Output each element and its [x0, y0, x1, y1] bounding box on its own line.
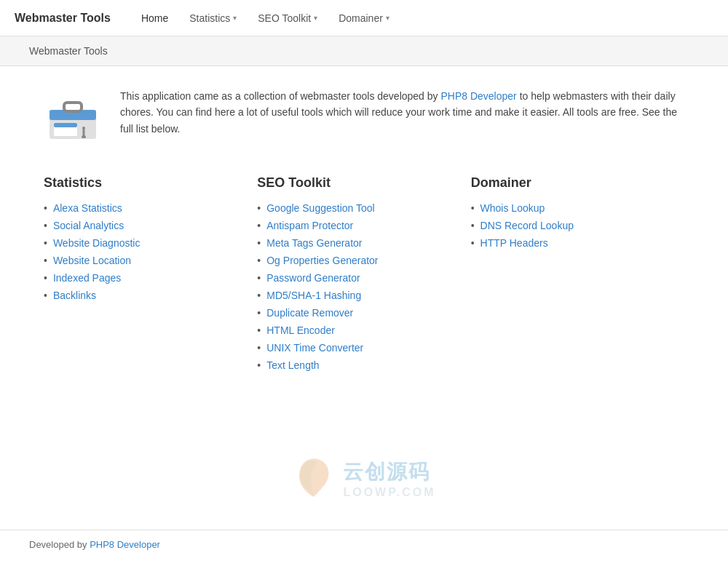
category-list-seo-toolkit: Google Suggestion ToolAntispam Protector…	[257, 202, 470, 371]
category-link[interactable]: HTTP Headers	[480, 237, 548, 249]
list-item: Meta Tags Generator	[257, 237, 470, 249]
category-link[interactable]: Website Location	[53, 255, 131, 266]
watermark-leaf-icon	[292, 457, 336, 501]
category-title-statistics: Statistics	[44, 175, 257, 191]
list-item: Antispam Protector	[257, 220, 470, 231]
category-link[interactable]: HTML Encoder	[266, 324, 335, 336]
list-item: Indexed Pages	[44, 272, 257, 284]
category-link[interactable]: UNIX Time Converter	[266, 342, 363, 354]
watermark-text-block: 云创源码 LOOWP.COM	[343, 458, 435, 499]
category-seo-toolkit: SEO ToolkitGoogle Suggestion ToolAntispa…	[257, 175, 470, 377]
list-item: UNIX Time Converter	[257, 342, 470, 354]
list-item: Website Location	[44, 255, 257, 266]
nav-seo-toolkit[interactable]: SEO Toolkit ▾	[249, 8, 326, 28]
category-title-seo-toolkit: SEO Toolkit	[257, 175, 470, 191]
chevron-down-icon: ▾	[386, 14, 389, 22]
list-item: Password Generator	[257, 272, 470, 284]
category-link[interactable]: Backlinks	[53, 290, 96, 301]
list-item: Og Properties Generator	[257, 255, 470, 266]
watermark-chinese: 云创源码	[343, 458, 435, 486]
category-link[interactable]: Whois Lookup	[480, 202, 545, 214]
category-link[interactable]: DNS Record Lookup	[480, 220, 574, 231]
category-link[interactable]: Duplicate Remover	[266, 307, 353, 319]
category-list-domainer: Whois LookupDNS Record LookupHTTP Header…	[471, 202, 684, 249]
nav-links: Home Statistics ▾ SEO Toolkit ▾ Domainer…	[132, 8, 398, 28]
nav-statistics[interactable]: Statistics ▾	[181, 8, 245, 28]
nav-home[interactable]: Home	[132, 8, 177, 28]
category-link[interactable]: MD5/SHA-1 Hashing	[266, 290, 361, 301]
list-item: Backlinks	[44, 290, 257, 301]
list-item: HTTP Headers	[471, 237, 684, 249]
intro-text-before: This application came as a collection of…	[120, 90, 440, 102]
nav-domainer[interactable]: Domainer ▾	[330, 8, 398, 28]
svg-rect-2	[64, 103, 82, 111]
list-item: Whois Lookup	[471, 202, 684, 214]
page-header-title: Webmaster Tools	[29, 45, 108, 57]
category-title-domainer: Domainer	[471, 175, 684, 191]
category-link[interactable]: Text Length	[266, 359, 319, 371]
footer: Developed by PHP8 Developer	[0, 530, 728, 559]
category-link[interactable]: Google Suggestion Tool	[266, 202, 374, 214]
list-item: Text Length	[257, 359, 470, 371]
category-list-statistics: Alexa StatisticsSocial AnalyticsWebsite …	[44, 202, 257, 301]
watermark-area: 云创源码 LOOWP.COM	[0, 399, 728, 530]
intro-section: This application came as a collection of…	[44, 88, 684, 146]
php-developer-link[interactable]: PHP8 Developer	[440, 90, 516, 102]
navbar-brand: Webmaster Tools	[15, 12, 111, 25]
footer-prefix: Developed by	[29, 539, 90, 550]
list-item: Google Suggestion Tool	[257, 202, 470, 214]
intro-text: This application came as a collection of…	[120, 88, 684, 137]
category-link[interactable]: Meta Tags Generator	[266, 237, 362, 249]
categories-grid: StatisticsAlexa StatisticsSocial Analyti…	[44, 175, 684, 377]
list-item: Duplicate Remover	[257, 307, 470, 319]
chevron-down-icon: ▾	[233, 14, 237, 22]
list-item: MD5/SHA-1 Hashing	[257, 290, 470, 301]
main-content: This application came as a collection of…	[15, 66, 713, 399]
category-link[interactable]: Alexa Statistics	[53, 202, 122, 214]
category-domainer: DomainerWhois LookupDNS Record LookupHTT…	[471, 175, 684, 255]
category-statistics: StatisticsAlexa StatisticsSocial Analyti…	[44, 175, 257, 307]
svg-rect-4	[54, 123, 77, 127]
chevron-down-icon: ▾	[314, 14, 317, 22]
category-link[interactable]: Social Analytics	[53, 220, 124, 231]
category-link[interactable]: Og Properties Generator	[266, 255, 378, 266]
footer-php-link[interactable]: PHP8 Developer	[90, 539, 160, 550]
category-link[interactable]: Website Diagnostic	[53, 237, 141, 249]
list-item: Website Diagnostic	[44, 237, 257, 249]
page-header: Webmaster Tools	[0, 36, 728, 66]
list-item: HTML Encoder	[257, 324, 470, 336]
watermark-domain: LOOWP.COM	[343, 486, 435, 499]
watermark: 云创源码 LOOWP.COM	[292, 457, 435, 501]
navbar: Webmaster Tools Home Statistics ▾ SEO To…	[0, 0, 728, 36]
list-item: Alexa Statistics	[44, 202, 257, 214]
list-item: DNS Record Lookup	[471, 220, 684, 231]
toolbox-icon	[44, 88, 102, 146]
svg-point-7	[82, 135, 86, 138]
list-item: Social Analytics	[44, 220, 257, 231]
category-link[interactable]: Password Generator	[266, 272, 360, 284]
category-link[interactable]: Indexed Pages	[53, 272, 121, 284]
category-link[interactable]: Antispam Protector	[266, 220, 353, 231]
